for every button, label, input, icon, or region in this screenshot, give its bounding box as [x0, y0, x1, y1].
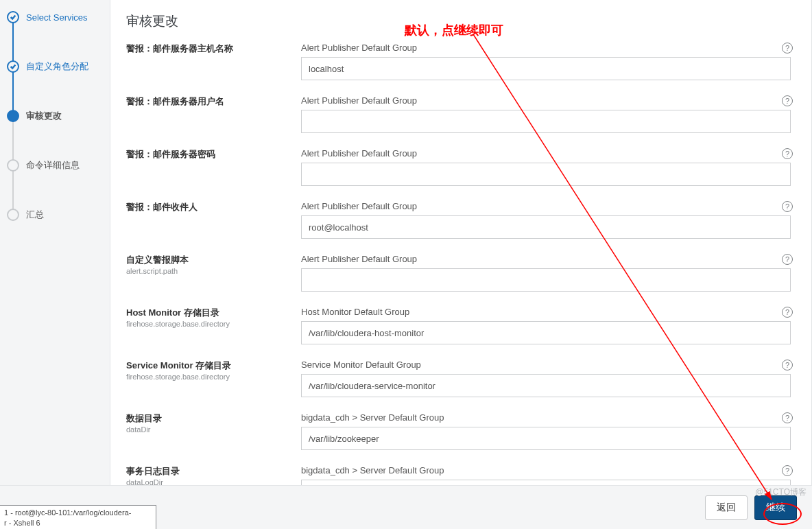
label-column: 警报：邮件服务器主机名称 — [126, 43, 301, 55]
field-label: 警报：邮件服务器用户名 — [126, 95, 291, 108]
field-label: 警报：邮件服务器密码 — [126, 148, 291, 161]
wizard-step-role-assign[interactable]: 自定义角色分配 — [0, 52, 110, 81]
group-label: bigdata_cdh > Server Default Group — [301, 465, 791, 475]
label-column: 警报：邮件收件人 — [126, 201, 301, 213]
field-sublabel: dataLogDir — [126, 478, 291, 485]
group-label: Host Monitor Default Group — [301, 307, 791, 317]
group-label: Alert Publisher Default Group — [301, 148, 791, 158]
config-input[interactable] — [301, 57, 791, 80]
wizard-step-command-details: 命令详细信息 — [0, 151, 110, 180]
form-row: 自定义警报脚本alert.script.pathAlert Publisher … — [126, 254, 791, 292]
form-row: 数据目录dataDirbigdata_cdh > Server Default … — [126, 412, 791, 450]
config-input[interactable] — [301, 321, 791, 344]
pending-step-icon — [7, 209, 19, 221]
field-label: Host Monitor 存储目录 — [126, 307, 291, 319]
field-column: Alert Publisher Default Group — [301, 148, 791, 186]
field-label: 警报：邮件服务器主机名称 — [126, 43, 291, 55]
check-icon — [7, 60, 19, 73]
step-label: 命令详细信息 — [26, 159, 80, 172]
config-input[interactable] — [301, 163, 791, 186]
wizard-step-review[interactable]: 审核更改 — [0, 102, 110, 130]
help-icon[interactable]: ? — [782, 148, 793, 159]
form-row: Service Monitor 存储目录firehose.storage.bas… — [126, 360, 791, 397]
group-label: Alert Publisher Default Group — [301, 95, 791, 106]
help-icon[interactable]: ? — [782, 360, 793, 371]
field-column: bigdata_cdh > Server Default Group — [301, 465, 791, 485]
step-label: Select Services — [26, 12, 88, 23]
config-input[interactable] — [301, 427, 791, 450]
field-sublabel: firehose.storage.base.directory — [126, 373, 291, 381]
field-label: 自定义警报脚本 — [126, 254, 291, 266]
label-column: Service Monitor 存储目录firehose.storage.bas… — [126, 360, 301, 381]
label-column: Host Monitor 存储目录firehose.storage.base.d… — [126, 307, 301, 328]
check-icon — [7, 11, 19, 23]
field-sublabel: dataDir — [126, 425, 291, 434]
field-sublabel: firehose.storage.base.directory — [126, 320, 291, 328]
group-label: Alert Publisher Default Group — [301, 43, 791, 53]
field-column: Service Monitor Default Group — [301, 360, 791, 397]
form-row: 事务日志目录dataLogDirbigdata_cdh > Server Def… — [126, 465, 791, 485]
form-row: 警报：邮件服务器密码Alert Publisher Default Group? — [126, 148, 791, 186]
main-content: 审核更改 警报：邮件服务器主机名称Alert Publisher Default… — [110, 0, 812, 485]
field-label: 警报：邮件收件人 — [126, 201, 291, 213]
field-column: Alert Publisher Default Group — [301, 95, 791, 133]
config-input[interactable] — [301, 268, 791, 292]
config-input[interactable] — [301, 215, 791, 239]
label-column: 警报：邮件服务器用户名 — [126, 95, 301, 108]
group-label: Alert Publisher Default Group — [301, 254, 791, 264]
group-label: bigdata_cdh > Server Default Group — [301, 412, 791, 423]
taskbar-line1: 1 - root@lyc-80-101:/var/log/cloudera- — [4, 508, 152, 517]
help-icon[interactable]: ? — [782, 465, 793, 476]
form-row: Host Monitor 存储目录firehose.storage.base.d… — [126, 307, 791, 344]
config-input[interactable] — [301, 480, 791, 485]
group-label: Alert Publisher Default Group — [301, 201, 791, 211]
help-icon[interactable]: ? — [782, 254, 793, 265]
field-column: Host Monitor Default Group — [301, 307, 791, 344]
label-column: 数据目录dataDir — [126, 412, 301, 434]
help-icon[interactable]: ? — [782, 43, 793, 54]
label-column: 自定义警报脚本alert.script.path — [126, 254, 301, 275]
help-icon[interactable]: ? — [782, 95, 793, 106]
field-column: bigdata_cdh > Server Default Group — [301, 412, 791, 450]
current-step-icon — [7, 110, 19, 122]
field-column: Alert Publisher Default Group — [301, 43, 791, 80]
form-row: 警报：邮件服务器用户名Alert Publisher Default Group… — [126, 95, 791, 133]
help-icon[interactable]: ? — [782, 412, 793, 423]
wizard-step-select-services[interactable]: Select Services — [0, 3, 110, 32]
field-column: Alert Publisher Default Group — [301, 254, 791, 292]
taskbar-line2: r - Xshell 6 — [4, 518, 152, 528]
step-label: 自定义角色分配 — [26, 60, 88, 73]
field-label: 数据目录 — [126, 412, 291, 425]
taskbar-tab[interactable]: 1 - root@lyc-80-101:/var/log/cloudera- r… — [0, 505, 156, 529]
pending-step-icon — [7, 159, 19, 172]
field-column: Alert Publisher Default Group — [301, 201, 791, 239]
wizard-step-summary: 汇总 — [0, 200, 110, 229]
continue-button[interactable]: 继续 — [754, 495, 797, 520]
form-row: 警报：邮件收件人Alert Publisher Default Group? — [126, 201, 791, 239]
group-label: Service Monitor Default Group — [301, 360, 791, 370]
wizard-sidebar: Select Services 自定义角色分配 审核更改 命令详细信息 汇总 — [0, 0, 110, 485]
help-icon[interactable]: ? — [782, 307, 793, 318]
field-label: Service Monitor 存储目录 — [126, 360, 291, 372]
config-input[interactable] — [301, 110, 791, 133]
help-icon[interactable]: ? — [782, 201, 793, 212]
step-label: 汇总 — [26, 209, 44, 221]
back-button[interactable]: 返回 — [705, 495, 748, 520]
config-input[interactable] — [301, 374, 791, 397]
label-column: 事务日志目录dataLogDir — [126, 465, 301, 485]
step-label: 审核更改 — [26, 110, 62, 122]
page-title: 审核更改 — [126, 12, 791, 30]
field-label: 事务日志目录 — [126, 465, 291, 478]
label-column: 警报：邮件服务器密码 — [126, 148, 301, 161]
form-row: 警报：邮件服务器主机名称Alert Publisher Default Grou… — [126, 43, 791, 80]
field-sublabel: alert.script.path — [126, 267, 291, 275]
